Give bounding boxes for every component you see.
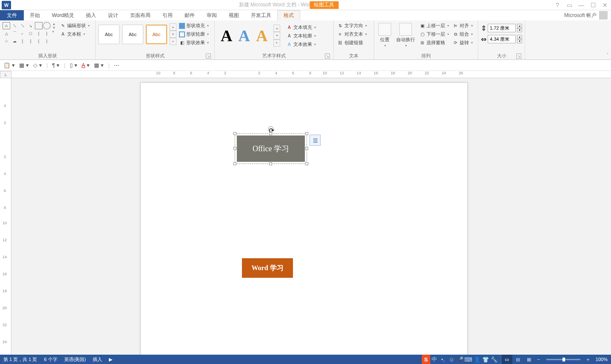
handle-se[interactable] [305, 162, 308, 165]
tab-home[interactable]: 开始 [24, 10, 46, 20]
vertical-ruler[interactable]: 42 2468 10121416 18202224 [0, 78, 11, 355]
tab-view[interactable]: 视图 [223, 10, 245, 20]
qat-font-color-icon[interactable]: A▾ [82, 62, 90, 68]
style-scroll[interactable]: ▲▼▾ [170, 23, 176, 45]
maximize-icon[interactable]: ☐ [587, 0, 599, 10]
qat-shape-icon[interactable]: ◇▾ [33, 62, 42, 68]
shape-lb2-icon[interactable]: { [35, 37, 43, 45]
ime-tool-icon[interactable]: 🔧 [490, 355, 498, 364]
wrap-text-button[interactable]: 自动换行▾ [395, 22, 417, 48]
document-page[interactable]: ⟳ Office 学习 ≣ Word 学习 [140, 82, 468, 364]
qat-paste-icon[interactable]: 📋▾ [3, 62, 15, 68]
shape-hex-icon[interactable]: ⬡ [27, 30, 34, 37]
handle-n[interactable] [269, 132, 272, 135]
shape-styles-launcher[interactable]: ↘ [206, 54, 211, 59]
wordart-launcher[interactable]: ↘ [325, 54, 330, 59]
handle-sw[interactable] [233, 162, 236, 165]
ime-skin-icon[interactable]: 👕 [481, 355, 490, 364]
shape-line2-icon[interactable]: ＼ [19, 22, 26, 29]
qat-table-icon[interactable]: ▦▾ [19, 62, 29, 68]
group-button[interactable]: ⧉组合▾ [452, 31, 474, 38]
wordart-preset-3[interactable]: A [256, 26, 267, 45]
send-backward-button[interactable]: ▢下移一层▾ [418, 31, 450, 38]
shape-lbracket-icon[interactable]: [ [19, 37, 26, 45]
status-macro-icon[interactable]: ▶ [105, 355, 116, 364]
tab-review[interactable]: 审阅 [201, 10, 223, 20]
shape-lbrace-icon[interactable]: { [35, 30, 43, 37]
tab-file[interactable]: 文件 [0, 10, 24, 20]
create-link-button[interactable]: ⛓创建链接 [336, 39, 371, 46]
qat-paragraph-icon[interactable]: ¶▾ [52, 62, 60, 68]
text-box-button[interactable]: A文本框▾ [59, 31, 91, 38]
wordart-preset-1[interactable]: A [221, 26, 232, 45]
tab-mailings[interactable]: 邮件 [179, 10, 201, 20]
text-effects-button[interactable]: A文本效果▾ [285, 41, 317, 48]
shape-outline-button[interactable]: 形状轮廓▾ [178, 31, 210, 38]
align-text-button[interactable]: ≡对齐文本▾ [336, 31, 371, 38]
view-web-icon[interactable]: ▦ [523, 355, 534, 364]
shape-effects-button[interactable]: ◧形状效果▾ [178, 39, 210, 46]
shape-oval-icon[interactable] [43, 22, 51, 29]
ime-punct-icon[interactable]: •, [439, 355, 447, 364]
shape-rbracket-icon[interactable]: ] [27, 37, 34, 45]
zoom-out-icon[interactable]: − [534, 355, 543, 364]
shape-textbox-icon[interactable]: A [3, 22, 10, 29]
shape-word-learning[interactable]: Word 学习 [242, 258, 293, 278]
qat-border-icon[interactable]: ▦▾ [94, 62, 104, 68]
shape-elbow-icon[interactable]: ⌐ [19, 30, 26, 37]
wordart-scroll[interactable]: ▲▼▾ [273, 25, 280, 47]
close-icon[interactable]: ✕ [599, 0, 611, 10]
bring-forward-button[interactable]: ▣上移一层▾ [418, 22, 450, 29]
status-words[interactable]: 6 个字 [40, 355, 60, 364]
tab-insert[interactable]: 插入 [80, 10, 102, 20]
shape-star-icon[interactable]: ☆ [3, 37, 10, 45]
shape-cloud-icon[interactable]: ☁ [11, 37, 18, 45]
ime-person-icon[interactable]: 👤 [473, 355, 481, 364]
style-preset-3[interactable]: Abc [146, 25, 167, 44]
shape-rect-icon[interactable] [35, 22, 43, 29]
collapse-ribbon-icon[interactable]: ˆ [607, 53, 608, 58]
handle-s[interactable] [269, 162, 272, 165]
tab-format[interactable]: 格式 [277, 10, 300, 20]
minimize-icon[interactable]: — [575, 0, 587, 10]
shape-curve-icon[interactable]: ⌒ [11, 30, 18, 37]
tab-references[interactable]: 引用 [156, 10, 179, 20]
tab-developer[interactable]: 开发工具 [245, 10, 277, 20]
rotate-button[interactable]: ⟳旋转▾ [452, 39, 474, 46]
tab-wordwizard[interactable]: Word精灵 [46, 10, 80, 20]
layout-options-popup[interactable]: ≣ [310, 135, 321, 146]
sogou-ime-icon[interactable]: S [422, 355, 430, 364]
wordart-preset-2[interactable]: A [238, 26, 250, 45]
shape-rb2-icon[interactable]: } [43, 37, 51, 45]
zoom-slider[interactable] [546, 359, 580, 360]
shapes-gallery[interactable]: A ＼ ＼ ↘ △ ⌒ ⌐ ⬡ { } ☆ ☁ [ ] { } [3, 22, 51, 45]
ms-account[interactable]: Microsoft 帐户 [564, 11, 608, 20]
ime-mode[interactable]: 中 [430, 355, 439, 364]
qat-page-icon[interactable]: ▯▾ [70, 62, 77, 68]
text-outline-button[interactable]: A文本轮廓▾ [285, 32, 317, 40]
rotate-handle[interactable]: ⟳ [268, 126, 273, 131]
qat-more-icon[interactable]: ⋯ [114, 62, 119, 68]
status-lang[interactable]: 英语(美国) [61, 355, 89, 364]
zoom-level[interactable]: 100% [592, 355, 611, 364]
help-icon[interactable]: ? [551, 0, 563, 10]
status-insert-mode[interactable]: 插入 [89, 355, 105, 364]
shape1-text[interactable]: Office 学习 [237, 135, 305, 162]
status-page[interactable]: 第 1 页，共 1 页 [0, 355, 40, 364]
shape-tri-icon[interactable]: △ [3, 30, 10, 37]
shape-arrow-icon[interactable]: ↘ [27, 22, 34, 29]
handle-w[interactable] [233, 147, 236, 150]
handle-e[interactable] [305, 147, 308, 150]
view-read-icon[interactable]: ▭ [501, 355, 512, 364]
text-fill-button[interactable]: A文本填充▾ [285, 24, 317, 31]
ime-keyboard-icon[interactable]: ⌨ [464, 355, 473, 364]
size-height-input[interactable]: 1.72 厘米 [488, 24, 516, 32]
edit-shape-button[interactable]: ✎编辑形状▾ [59, 22, 91, 29]
shape-rbrace-icon[interactable]: } [43, 30, 51, 37]
style-preset-2[interactable]: Abc [122, 25, 143, 44]
ime-mic-icon[interactable]: 🎤 [456, 355, 464, 364]
zoom-thumb[interactable] [563, 358, 565, 361]
zoom-in-icon[interactable]: + [584, 355, 592, 364]
shapes-scroll[interactable]: ▲▼▾ [52, 22, 57, 34]
shape-line-icon[interactable]: ＼ [11, 22, 18, 29]
